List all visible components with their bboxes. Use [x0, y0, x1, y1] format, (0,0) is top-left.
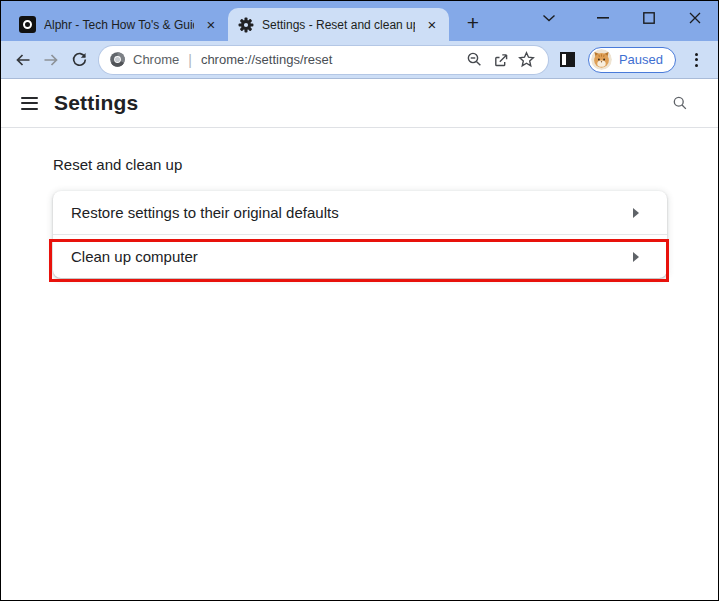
tab-title: Settings - Reset and clean up	[262, 18, 415, 32]
tab-search-chevron-icon[interactable]	[534, 1, 564, 35]
browser-toolbar: Chrome | chrome://settings/reset	[1, 41, 718, 79]
settings-header: Settings	[1, 79, 718, 128]
search-icon[interactable]	[666, 89, 694, 117]
reset-card: Restore settings to their original defau…	[53, 191, 667, 278]
tab-close-icon[interactable]: ×	[202, 16, 220, 34]
settings-content: Reset and clean up Restore settings to t…	[1, 128, 718, 278]
settings-gear-favicon-icon	[238, 17, 254, 33]
alphr-favicon-icon	[19, 16, 36, 33]
hamburger-menu-icon[interactable]	[21, 97, 38, 110]
tab-settings[interactable]: Settings - Reset and clean up ×	[228, 8, 449, 41]
url-text[interactable]: chrome://settings/reset	[201, 52, 462, 67]
back-icon[interactable]	[9, 46, 37, 74]
site-label: Chrome	[133, 52, 179, 67]
close-button[interactable]	[672, 1, 718, 35]
section-label: Reset and clean up	[53, 156, 666, 173]
chevron-right-icon	[633, 208, 639, 218]
profile-status-badge: Paused	[619, 52, 663, 67]
window-controls	[534, 1, 718, 35]
tab-title: Alphr - Tech How To's & Guide	[44, 18, 194, 32]
reload-icon[interactable]	[65, 46, 93, 74]
side-panel-icon[interactable]	[554, 46, 582, 74]
forward-icon[interactable]	[37, 46, 65, 74]
browser-window: Alphr - Tech How To's & Guide × Settings…	[0, 0, 719, 601]
minimize-button[interactable]	[580, 1, 626, 35]
address-bar[interactable]: Chrome | chrome://settings/reset	[99, 46, 548, 74]
maximize-button[interactable]	[626, 1, 672, 35]
url-separator: |	[188, 52, 192, 68]
row-restore-settings[interactable]: Restore settings to their original defau…	[53, 191, 667, 234]
profile-chip[interactable]: Paused	[588, 47, 676, 73]
tab-close-icon[interactable]: ×	[423, 16, 441, 34]
bookmark-star-icon[interactable]	[514, 47, 540, 73]
zoom-out-icon[interactable]	[462, 47, 488, 73]
row-clean-up-computer[interactable]: Clean up computer	[53, 234, 667, 278]
row-label: Clean up computer	[71, 248, 633, 265]
avatar	[591, 49, 612, 70]
menu-kebab-icon[interactable]	[682, 46, 710, 74]
tab-strip: Alphr - Tech How To's & Guide × Settings…	[1, 1, 718, 41]
page-title: Settings	[54, 91, 138, 115]
new-tab-button[interactable]: +	[459, 9, 487, 37]
tab-alphr[interactable]: Alphr - Tech How To's & Guide ×	[9, 8, 228, 41]
share-icon[interactable]	[488, 47, 514, 73]
row-label: Restore settings to their original defau…	[71, 204, 633, 221]
chevron-right-icon	[633, 252, 639, 262]
chrome-logo-icon	[109, 51, 126, 68]
